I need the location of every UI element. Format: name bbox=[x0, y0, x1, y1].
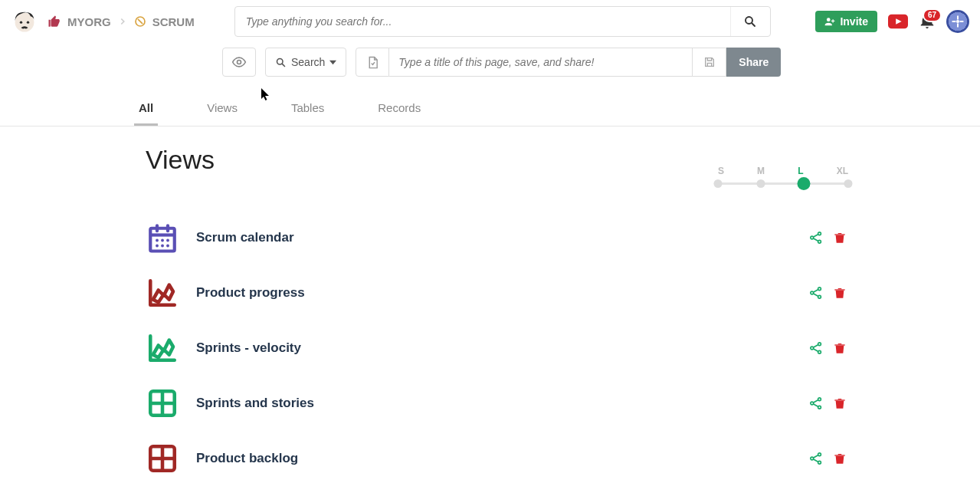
share-icon[interactable] bbox=[809, 341, 823, 355]
invite-label: Invite bbox=[840, 15, 868, 28]
youtube-icon[interactable] bbox=[888, 14, 908, 29]
tab-views[interactable]: Views bbox=[202, 95, 242, 126]
svg-point-7 bbox=[956, 20, 959, 23]
invite-button[interactable]: Invite bbox=[815, 11, 877, 32]
tab-tables[interactable]: Tables bbox=[287, 95, 329, 126]
view-name[interactable]: Sprints and stories bbox=[196, 396, 792, 411]
save-button[interactable] bbox=[693, 48, 726, 77]
calendar-icon bbox=[146, 221, 179, 255]
view-name[interactable]: Sprints - velocity bbox=[196, 340, 792, 356]
svg-point-1 bbox=[20, 21, 22, 23]
app-logo[interactable] bbox=[11, 8, 38, 35]
svg-point-12 bbox=[161, 239, 164, 242]
document-icon bbox=[366, 56, 379, 69]
breadcrumb: MYORG SCRUM bbox=[48, 15, 195, 28]
page-title: Views bbox=[146, 145, 980, 175]
save-icon bbox=[703, 56, 716, 68]
section-tabs: All Views Tables Records bbox=[0, 95, 980, 127]
svg-rect-38 bbox=[834, 455, 844, 455]
trash-icon[interactable] bbox=[834, 231, 846, 245]
search-dropdown-button[interactable]: Search bbox=[265, 48, 346, 77]
size-l[interactable]: L bbox=[798, 166, 803, 176]
svg-point-16 bbox=[166, 245, 169, 248]
list-item: Product progress bbox=[146, 265, 846, 320]
list-item: Sprints and stories bbox=[146, 376, 846, 431]
search-input[interactable] bbox=[235, 15, 730, 28]
size-m[interactable]: M bbox=[757, 166, 765, 176]
breadcrumb-project[interactable]: SCRUM bbox=[152, 15, 195, 28]
breadcrumb-org[interactable]: MYORG bbox=[67, 15, 111, 28]
view-name[interactable]: Product progress bbox=[196, 285, 792, 301]
notifications-button[interactable]: 67 bbox=[919, 13, 936, 30]
svg-point-13 bbox=[166, 239, 169, 242]
view-name[interactable]: Product backlog bbox=[196, 451, 792, 466]
svg-point-8 bbox=[238, 61, 241, 64]
chart-icon bbox=[146, 331, 179, 365]
svg-point-11 bbox=[156, 239, 159, 242]
notification-badge: 67 bbox=[923, 8, 942, 22]
size-dot-s[interactable] bbox=[714, 179, 723, 188]
avatar[interactable] bbox=[946, 10, 969, 33]
size-dot-l[interactable] bbox=[798, 177, 811, 190]
views-list: Scrum calendar Product progress Sprints … bbox=[146, 210, 846, 486]
visibility-button[interactable] bbox=[222, 48, 256, 77]
project-icon bbox=[134, 15, 146, 28]
chevron-right-icon bbox=[117, 16, 128, 27]
size-s[interactable]: S bbox=[718, 166, 724, 176]
thumbs-up-icon bbox=[48, 15, 61, 28]
add-user-icon bbox=[824, 16, 835, 27]
svg-rect-33 bbox=[834, 399, 844, 400]
view-name[interactable]: Scrum calendar bbox=[196, 230, 792, 245]
search-dropdown-label: Search bbox=[291, 56, 325, 68]
caret-down-icon bbox=[329, 59, 336, 66]
svg-rect-20 bbox=[834, 234, 844, 235]
tab-all[interactable]: All bbox=[134, 95, 158, 126]
svg-point-5 bbox=[827, 18, 831, 21]
page-icon-button[interactable] bbox=[356, 48, 389, 77]
svg-point-14 bbox=[156, 245, 159, 248]
trash-icon[interactable] bbox=[834, 396, 846, 410]
share-icon[interactable] bbox=[809, 286, 823, 300]
share-icon[interactable] bbox=[809, 396, 823, 410]
list-item: Product backlog bbox=[146, 431, 846, 486]
search-icon bbox=[275, 57, 287, 68]
svg-rect-28 bbox=[834, 344, 844, 345]
size-dot-xl[interactable] bbox=[844, 179, 853, 188]
tab-records[interactable]: Records bbox=[373, 95, 425, 126]
svg-point-2 bbox=[27, 21, 29, 23]
share-button[interactable]: Share bbox=[726, 48, 781, 77]
list-item: Scrum calendar bbox=[146, 210, 846, 265]
size-xl[interactable]: XL bbox=[837, 166, 848, 176]
size-track[interactable] bbox=[718, 182, 848, 185]
svg-point-15 bbox=[161, 245, 164, 248]
chart-icon bbox=[146, 276, 179, 310]
grid-icon bbox=[146, 442, 179, 475]
list-item: Sprints - velocity bbox=[146, 320, 846, 376]
trash-icon[interactable] bbox=[834, 341, 846, 355]
global-search[interactable] bbox=[234, 6, 771, 37]
trash-icon[interactable] bbox=[834, 452, 846, 465]
grid-icon bbox=[146, 386, 179, 420]
trash-icon[interactable] bbox=[834, 286, 846, 300]
eye-icon bbox=[231, 54, 247, 70]
svg-rect-24 bbox=[834, 289, 844, 290]
page-title-input[interactable] bbox=[389, 48, 693, 77]
size-dot-m[interactable] bbox=[757, 179, 765, 188]
share-icon[interactable] bbox=[809, 452, 823, 465]
share-icon[interactable] bbox=[809, 231, 823, 245]
search-icon[interactable] bbox=[730, 7, 770, 36]
size-selector[interactable]: S M L XL bbox=[718, 166, 848, 185]
